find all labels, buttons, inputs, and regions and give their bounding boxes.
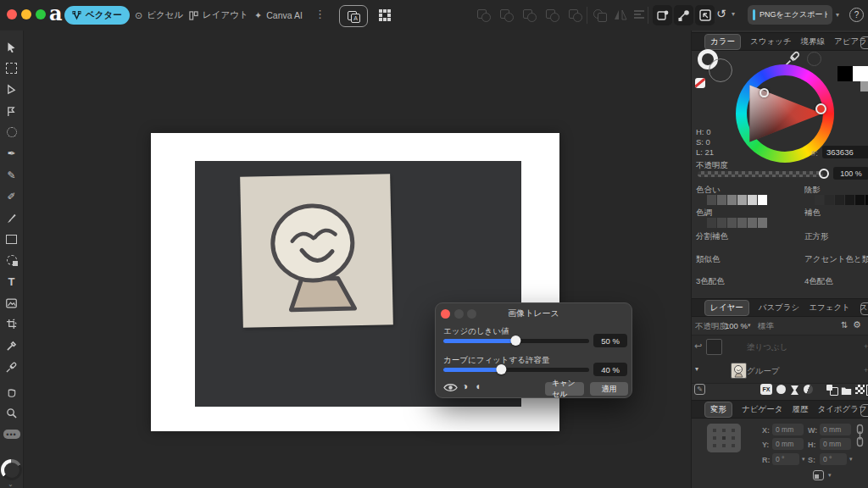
edge-threshold-value[interactable]: 50 % bbox=[593, 334, 627, 347]
tab-path-brushes[interactable]: パスブラシ bbox=[759, 302, 800, 313]
rotation-input[interactable]: 0 ° bbox=[772, 453, 799, 465]
persona-tab-vector[interactable]: ベクター bbox=[64, 6, 130, 25]
help-button[interactable]: ? bbox=[849, 8, 864, 22]
current-color-well[interactable] bbox=[1, 459, 22, 480]
pencil-tool[interactable]: ✎ bbox=[3, 166, 21, 184]
curve-fit-slider[interactable] bbox=[443, 368, 589, 372]
artboard-tool[interactable] bbox=[3, 59, 21, 77]
opacity-caret-icon[interactable]: ▾ bbox=[748, 322, 751, 329]
layer-effects-button[interactable]: FX bbox=[760, 384, 772, 395]
snap-to-grid-button[interactable] bbox=[695, 5, 715, 25]
swatch[interactable] bbox=[815, 195, 824, 205]
export-png-button[interactable]: PNGをエクスポート bbox=[748, 5, 832, 25]
hue-marker[interactable] bbox=[815, 103, 826, 114]
swatch[interactable] bbox=[737, 195, 747, 205]
swatch[interactable] bbox=[717, 218, 726, 228]
point-transform-tool[interactable] bbox=[3, 103, 21, 120]
tab-transform[interactable]: 変形 bbox=[704, 402, 732, 418]
hex-input[interactable]: 363636 bbox=[822, 146, 868, 158]
layer-thumbnail[interactable] bbox=[706, 339, 722, 355]
rotation-caret-icon[interactable]: ▾ bbox=[802, 456, 805, 463]
edit-scope-arrow-icon[interactable]: ↩ bbox=[694, 341, 702, 352]
curve-fit-value[interactable]: 40 % bbox=[593, 363, 627, 376]
swatch[interactable] bbox=[707, 195, 716, 205]
panel-menu-button[interactable] bbox=[860, 404, 868, 417]
mask-layer-button[interactable] bbox=[776, 385, 786, 394]
document-canvas[interactable] bbox=[24, 30, 691, 488]
blend-stepper-icon[interactable]: ⇅ bbox=[841, 320, 848, 330]
tab-swatches[interactable]: スウォッチ bbox=[750, 36, 792, 47]
layers-opacity-value[interactable]: 100 % bbox=[725, 321, 748, 330]
tab-history[interactable]: 履歴 bbox=[792, 404, 808, 415]
hourglass-button[interactable] bbox=[790, 384, 799, 399]
history-undo-icon[interactable]: ↺ bbox=[716, 7, 726, 20]
swatch[interactable] bbox=[825, 195, 834, 205]
blend-mode-select[interactable]: 標準 bbox=[758, 321, 774, 332]
snap-to-nodes-button[interactable] bbox=[674, 5, 693, 25]
transform-mode-caret-icon[interactable]: ▾ bbox=[828, 472, 832, 479]
y-input[interactable]: 0 mm bbox=[772, 438, 804, 450]
close-window-button[interactable] bbox=[7, 9, 17, 19]
shear-input[interactable]: 0 ° bbox=[820, 453, 847, 465]
snap-to-shapes-button[interactable] bbox=[653, 5, 672, 25]
pattern-layer-button[interactable] bbox=[855, 385, 865, 394]
export-dropdown-caret-icon[interactable]: ▾ bbox=[836, 11, 839, 19]
layer-name[interactable]: 塗りつぶし bbox=[747, 342, 787, 353]
color-well-caret-icon[interactable]: ⌄ bbox=[8, 480, 14, 488]
fill-color-well[interactable] bbox=[709, 58, 732, 82]
gray-color-chip[interactable] bbox=[860, 81, 868, 92]
vector-crop-tool[interactable] bbox=[3, 315, 21, 333]
swatch[interactable] bbox=[855, 195, 865, 205]
expand-chevron-icon[interactable]: ▾ bbox=[695, 365, 698, 373]
swatch[interactable] bbox=[727, 218, 737, 228]
rectangle-tool[interactable] bbox=[3, 230, 21, 248]
persona-tab-canva-ai[interactable]: ✦ Canva AI bbox=[247, 6, 310, 25]
layer-row-group[interactable]: ▾ グループ + bbox=[692, 359, 868, 384]
more-tools-button[interactable]: ••• bbox=[3, 425, 21, 443]
paint-brush-tool[interactable] bbox=[3, 209, 21, 227]
panel-menu-button[interactable] bbox=[860, 302, 868, 315]
minimize-window-button[interactable] bbox=[21, 9, 31, 19]
style-picker-tool[interactable] bbox=[3, 337, 21, 355]
x-input[interactable]: 0 mm bbox=[772, 424, 804, 435]
layer-thumbnail[interactable] bbox=[731, 363, 747, 379]
swatch[interactable] bbox=[758, 195, 767, 205]
adjustment-layer-button[interactable] bbox=[804, 385, 813, 394]
layer-name[interactable]: グループ bbox=[747, 366, 780, 377]
tab-color[interactable]: カラー bbox=[704, 34, 741, 50]
tab-stroke[interactable]: 境界線 bbox=[801, 36, 826, 47]
duplicate-layer-button[interactable] bbox=[826, 385, 837, 394]
cancel-button[interactable]: キャンセル bbox=[545, 382, 584, 396]
history-dropdown-caret-icon[interactable]: ▾ bbox=[732, 10, 735, 18]
pen-tool[interactable]: ✒ bbox=[3, 145, 21, 163]
tab-navigator[interactable]: ナビゲータ bbox=[742, 404, 782, 415]
swatch[interactable] bbox=[717, 195, 726, 205]
swatch[interactable] bbox=[835, 195, 844, 205]
link-dimensions-icon[interactable] bbox=[855, 424, 865, 451]
swatch[interactable] bbox=[748, 195, 757, 205]
swatch[interactable] bbox=[707, 218, 716, 228]
new-group-folder-button[interactable] bbox=[841, 384, 852, 399]
opacity-slider-knob[interactable] bbox=[819, 169, 829, 179]
slider-knob[interactable] bbox=[510, 336, 520, 346]
anchor-point-selector[interactable] bbox=[707, 424, 741, 452]
persona-overflow-menu-icon[interactable]: ⋮ bbox=[314, 8, 326, 20]
view-mode-toggle-button[interactable]: A bbox=[339, 5, 368, 27]
compare-view-icon[interactable]: ◖ bbox=[475, 380, 481, 392]
color-opacity-value[interactable]: 100 % bbox=[833, 167, 868, 180]
tab-layers[interactable]: レイヤー bbox=[704, 300, 749, 316]
no-color-swatch[interactable] bbox=[695, 78, 705, 88]
swatch[interactable] bbox=[845, 195, 854, 205]
transform-mode-icon[interactable] bbox=[813, 470, 824, 480]
panel-menu-button[interactable] bbox=[860, 36, 868, 49]
w-input[interactable]: 0 mm bbox=[820, 424, 851, 435]
layer-row-fill[interactable]: ↩ 塗りつぶし + bbox=[692, 336, 868, 360]
h-input[interactable]: 0 mm bbox=[820, 438, 851, 450]
swatch[interactable] bbox=[758, 218, 767, 228]
slider-knob[interactable] bbox=[496, 364, 506, 374]
sketch-paper-image[interactable] bbox=[240, 174, 393, 328]
color-opacity-slider[interactable] bbox=[698, 171, 823, 177]
white-color-chip[interactable] bbox=[853, 66, 868, 81]
split-view-icon[interactable]: ◑ bbox=[462, 380, 468, 392]
pan-tool[interactable] bbox=[3, 383, 21, 401]
